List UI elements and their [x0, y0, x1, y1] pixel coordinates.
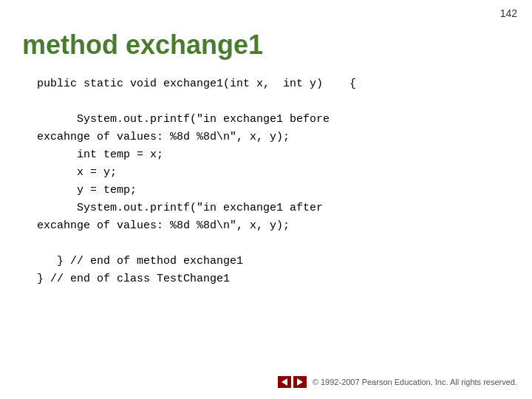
code-line-2 [37, 93, 510, 111]
footer-copyright: © 1992-2007 Pearson Education, Inc. All … [313, 378, 517, 386]
code-line-9: excahnge of values: %8d %8d\n", x, y); [37, 217, 510, 235]
code-line-1: public static void exchange1(int x, int … [37, 75, 510, 93]
code-line-6: x = y; [37, 164, 510, 182]
footer: © 1992-2007 Pearson Education, Inc. All … [278, 376, 517, 388]
code-line-4: excahnge of values: %8d %8d\n", x, y); [37, 129, 510, 146]
nav-buttons[interactable] [278, 376, 307, 388]
code-line-8: System.out.printf("in exchange1 after [37, 200, 510, 217]
code-line-5: int temp = x; [37, 146, 510, 164]
code-line-12: } // end of class TestChange1 [37, 270, 510, 288]
code-line-10 [37, 235, 510, 253]
prev-button[interactable] [278, 376, 291, 388]
slide-title: method exchange1 [22, 30, 510, 61]
code-line-3: System.out.printf("in exchange1 before [37, 111, 510, 129]
code-line-7: y = temp; [37, 182, 510, 200]
code-block: public static void exchange1(int x, int … [37, 75, 510, 288]
next-button[interactable] [293, 376, 307, 388]
slide-container: 142 method exchange1 public static void … [0, 0, 532, 399]
slide-number: 142 [500, 7, 517, 19]
code-line-11: } // end of method exchange1 [37, 253, 510, 270]
